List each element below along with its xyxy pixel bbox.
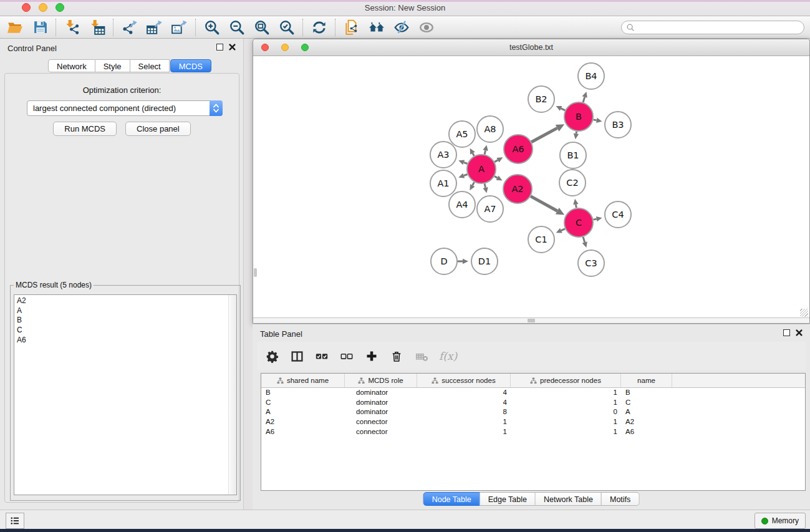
graph-node-A1[interactable]: A1 (430, 170, 456, 196)
export-network-button[interactable] (121, 19, 138, 36)
graph-node-B4[interactable]: B4 (578, 63, 604, 89)
table-cell[interactable]: connector (345, 427, 417, 437)
toggle-columns-button[interactable] (289, 349, 304, 364)
table-cell[interactable]: 1 (417, 417, 511, 427)
hide-graphics-details-button[interactable] (393, 19, 410, 36)
show-graphics-details-button[interactable] (418, 19, 435, 36)
graph-edge-C-C1[interactable] (556, 228, 565, 233)
run-mcds-button[interactable]: Run MCDS (53, 122, 117, 136)
tab-style[interactable]: Style (95, 59, 130, 72)
network-canvas[interactable]: B4B2BB3A8A5A6A3B1AA1C2A2A4A7C4CC1DD1C3 (253, 56, 809, 318)
tab-edge-table[interactable]: Edge Table (480, 492, 536, 506)
tab-node-table[interactable]: Node Table (423, 492, 480, 506)
graph-node-D1[interactable]: D1 (471, 248, 498, 274)
search-field[interactable] (621, 21, 804, 34)
graph-node-B1[interactable]: B1 (560, 142, 586, 168)
graph-edge-B-B3[interactable] (594, 118, 602, 123)
scrollbar-track[interactable] (228, 295, 236, 495)
open-session-button[interactable] (6, 19, 24, 36)
network-window-titlebar[interactable]: testGlobe.txt (253, 39, 809, 56)
new-network-clone-button[interactable] (343, 19, 360, 36)
graph-node-C4[interactable]: C4 (605, 201, 631, 228)
table-row[interactable]: Cdominator41C (261, 398, 805, 408)
tab-network-table[interactable]: Network Table (536, 492, 602, 506)
graph-edge-A-A5[interactable] (470, 148, 475, 156)
resize-grip-icon[interactable] (800, 309, 808, 317)
float-table-panel-icon[interactable] (783, 329, 790, 336)
table-cell[interactable]: 1 (417, 427, 511, 437)
table-cell[interactable]: A (261, 407, 345, 417)
graph-node-A8[interactable]: A8 (477, 116, 503, 142)
window-titlebar[interactable]: Session: New Session (0, 0, 810, 16)
table-settings-button[interactable] (264, 349, 279, 364)
tab-select[interactable]: Select (130, 59, 170, 72)
graph-edge-B-B4[interactable] (582, 92, 587, 102)
tab-motifs[interactable]: Motifs (602, 492, 639, 506)
graph-edge-C-C3[interactable] (582, 237, 587, 248)
graph-node-C2[interactable]: C2 (559, 170, 586, 196)
table-cell[interactable]: 1 (511, 427, 621, 437)
close-table-panel-icon[interactable] (796, 329, 803, 336)
mcds-result-item[interactable]: A6 (17, 336, 236, 346)
mcds-result-item[interactable]: B (17, 316, 236, 326)
graph-edge-B-B2[interactable] (556, 106, 566, 111)
table-row[interactable]: Adominator80A (261, 407, 805, 417)
graph-edge-B-B1[interactable] (574, 132, 579, 140)
zoom-in-button[interactable] (203, 19, 221, 36)
column-header-predecessor-nodes[interactable]: predecessor nodes (511, 374, 621, 387)
export-image-button[interactable] (171, 19, 188, 36)
graph-node-B3[interactable]: B3 (605, 112, 631, 138)
graph-node-B[interactable]: B (564, 102, 593, 131)
tab-mcds[interactable]: MCDS (170, 59, 211, 72)
graph-edge-A-A2[interactable] (494, 175, 503, 180)
export-table-button[interactable] (146, 19, 163, 36)
save-session-button[interactable] (31, 19, 49, 36)
graph-node-A4[interactable]: A4 (449, 191, 475, 218)
column-header-name[interactable]: name (621, 374, 672, 387)
deselect-all-columns-button[interactable] (339, 349, 354, 364)
select-all-columns-button[interactable] (314, 349, 329, 364)
table-row[interactable]: A6connector11A6 (261, 427, 805, 437)
graph-edge-A-A3[interactable] (458, 160, 467, 165)
mcds-result-item[interactable]: C (17, 326, 236, 336)
graph-edge-D-D1[interactable] (458, 259, 468, 264)
table-cell[interactable]: C (261, 398, 345, 408)
column-header-MCDS-role[interactable]: MCDS role (345, 374, 417, 387)
table-cell[interactable]: C (621, 398, 672, 408)
table-cell[interactable]: 4 (417, 388, 511, 398)
import-network-button[interactable] (64, 19, 81, 36)
table-cell[interactable]: A2 (621, 417, 672, 427)
horizontal-scroll-thumb[interactable] (528, 319, 535, 322)
table-cell[interactable]: 4 (417, 398, 511, 408)
graph-node-A[interactable]: A (467, 155, 496, 183)
zoom-out-button[interactable] (228, 19, 246, 36)
graph-node-C[interactable]: C (564, 208, 593, 237)
graph-node-A7[interactable]: A7 (477, 196, 503, 222)
table-cell[interactable]: B (621, 388, 672, 398)
mcds-result-item[interactable]: A (17, 306, 236, 316)
mcds-result-list[interactable]: A2ABCA6 (14, 294, 237, 495)
graph-node-C1[interactable]: C1 (528, 226, 554, 253)
optimization-criterion-select[interactable]: largest connected component (directed) (27, 100, 223, 116)
tab-network[interactable]: Network (48, 59, 95, 72)
graph-node-A6[interactable]: A6 (504, 135, 533, 163)
table-cell[interactable]: dominator (345, 398, 417, 408)
horizontal-scrollbar[interactable] (253, 317, 809, 323)
table-cell[interactable]: 0 (511, 407, 621, 417)
table-cell[interactable]: 1 (511, 388, 621, 398)
close-panel-icon[interactable] (229, 44, 236, 51)
table-cell[interactable]: A6 (621, 427, 672, 437)
table-cell[interactable]: 1 (511, 398, 621, 408)
zoom-selected-button[interactable] (278, 19, 296, 36)
table-cell[interactable]: 1 (511, 417, 621, 427)
table-cell[interactable]: connector (345, 417, 417, 427)
graph-node-A2[interactable]: A2 (503, 175, 532, 203)
graph-node-B2[interactable]: B2 (528, 86, 554, 112)
float-panel-icon[interactable] (216, 44, 223, 51)
table-row[interactable]: A2connector11A2 (261, 417, 805, 427)
graph-edge-A-A8[interactable] (483, 145, 488, 154)
search-input[interactable] (635, 21, 804, 34)
graph-edge-A2-C[interactable] (531, 196, 564, 215)
table-cell[interactable]: dominator (345, 388, 417, 398)
memory-button[interactable]: Memory (755, 513, 806, 529)
